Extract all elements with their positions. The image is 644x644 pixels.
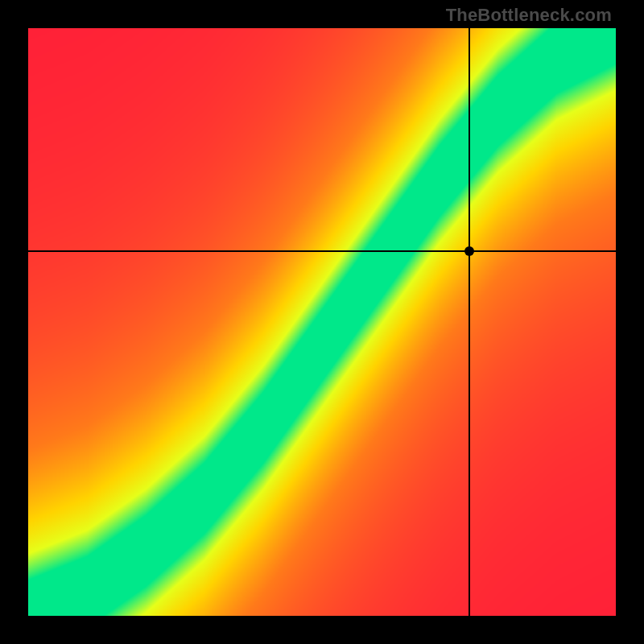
heatmap-canvas (28, 28, 616, 616)
crosshair-vertical (469, 28, 470, 616)
marker-dot (464, 246, 474, 256)
chart-frame: { "watermark": "TheBottleneck.com", "cha… (0, 0, 644, 644)
watermark-text: TheBottleneck.com (446, 5, 612, 26)
crosshair-horizontal (28, 250, 616, 252)
heatmap-plot (28, 28, 616, 616)
